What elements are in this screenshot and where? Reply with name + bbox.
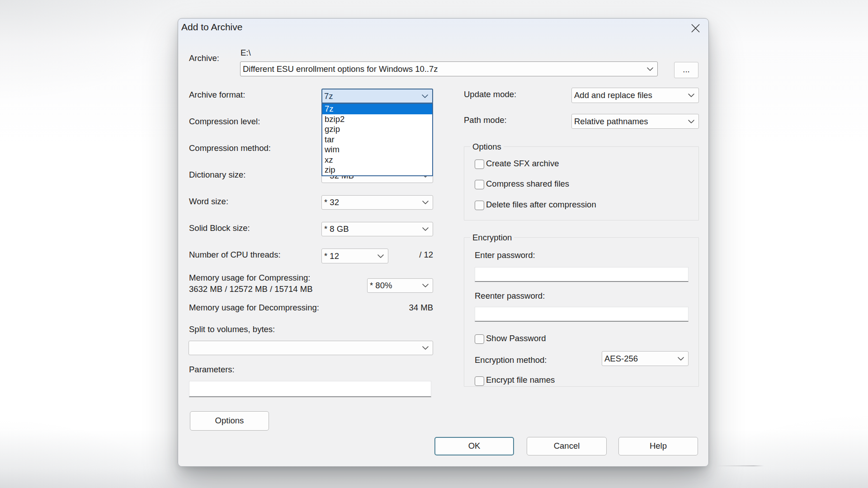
chevron-down-icon (688, 94, 694, 97)
options-group-label: Options (470, 142, 504, 151)
format-option-gzip[interactable]: gzip (322, 124, 432, 135)
encryption-method-label: Encryption method: (475, 355, 547, 365)
options-button[interactable]: Options (190, 411, 269, 431)
solid-block-size-label: Solid Block size: (189, 223, 250, 233)
dictionary-size-label: Dictionary size: (189, 170, 245, 179)
update-mode-label: Update mode: (464, 89, 516, 99)
update-mode-combobox[interactable]: Add and replace files (571, 88, 699, 103)
path-mode-value: Relative pathnames (574, 117, 648, 127)
enter-password-label: Enter password: (475, 250, 535, 260)
chevron-down-icon (422, 201, 429, 204)
format-option-zip[interactable]: zip (322, 165, 432, 175)
shadow-artifact (717, 465, 764, 466)
mem-compress-label: Memory usage for Compressing: (189, 273, 310, 282)
encryption-method-value: AES-256 (604, 354, 638, 364)
browse-label: ... (683, 65, 689, 75)
show-password-checkbox[interactable] (475, 334, 484, 344)
mem-compress-combobox[interactable]: * 80% (367, 278, 433, 293)
chevron-down-icon (422, 227, 429, 231)
solid-block-size-value: * 8 GB (324, 224, 349, 234)
cpu-threads-label: Number of CPU threads: (189, 250, 281, 259)
chevron-down-icon (688, 120, 694, 123)
encrypt-names-label: Encrypt file names (486, 375, 555, 385)
parameters-input[interactable] (189, 381, 431, 397)
format-option-wim[interactable]: wim (322, 145, 432, 155)
update-mode-value: Add and replace files (574, 90, 652, 100)
compression-level-label: Compression level: (189, 117, 260, 126)
solid-block-size-combobox[interactable]: * 8 GB (321, 222, 433, 236)
cpu-threads-total: / 12 (398, 250, 433, 259)
close-icon (691, 24, 700, 33)
reenter-password-input[interactable] (475, 307, 689, 322)
path-mode-combobox[interactable]: Relative pathnames (571, 114, 699, 129)
chevron-down-icon (377, 254, 384, 258)
mem-compress-value: * 80% (370, 281, 392, 291)
format-option-tar[interactable]: tar (322, 135, 432, 145)
word-size-value: * 32 (324, 197, 339, 207)
ok-label: OK (468, 441, 481, 451)
delete-files-checkbox[interactable] (475, 201, 484, 210)
enter-password-input[interactable] (475, 267, 689, 282)
cpu-threads-value: * 12 (324, 251, 339, 261)
chevron-down-icon (678, 357, 684, 361)
title-bar[interactable]: Add to Archive (178, 19, 708, 39)
archive-format-value: 7z (324, 91, 333, 101)
mem-decompress-value: 34 MB (388, 303, 433, 312)
word-size-combobox[interactable]: * 32 (321, 195, 433, 210)
archive-label: Archive: (189, 53, 219, 63)
format-option-xz[interactable]: xz (322, 155, 432, 165)
encrypt-names-checkbox[interactable] (475, 376, 484, 386)
create-sfx-label: Create SFX archive (486, 159, 559, 168)
archive-name-value: Different ESU enrollment options for Win… (243, 64, 438, 74)
help-button[interactable]: Help (618, 437, 698, 455)
chevron-down-icon (422, 346, 429, 350)
format-option-7z[interactable]: 7z (322, 104, 432, 114)
compression-method-label: Compression method: (189, 143, 271, 153)
cancel-button[interactable]: Cancel (527, 437, 607, 455)
create-sfx-checkbox[interactable] (475, 160, 484, 169)
show-password-label: Show Password (486, 333, 546, 343)
archive-format-label: Archive format: (189, 90, 245, 99)
browse-button[interactable]: ... (674, 62, 698, 78)
archive-drive: E:\ (241, 48, 251, 57)
chevron-down-icon (422, 284, 429, 287)
ok-button[interactable]: OK (434, 437, 514, 455)
compress-shared-label: Compress shared files (486, 179, 569, 188)
chevron-down-icon (422, 94, 428, 98)
encryption-group-label: Encryption (470, 233, 514, 242)
split-volumes-label: Split to volumes, bytes: (189, 324, 275, 334)
mem-decompress-label: Memory usage for Decompressing: (189, 303, 319, 312)
mem-compress-detail: 3632 MB / 12572 MB / 15714 MB (189, 284, 313, 294)
add-to-archive-dialog: Add to Archive Archive: E:\ Different ES… (178, 18, 709, 467)
chevron-down-icon (647, 67, 653, 71)
archive-format-dropdown: 7z bzip2 gzip tar wim xz zip (321, 103, 433, 176)
parameters-label: Parameters: (189, 365, 235, 374)
cpu-threads-combobox[interactable]: * 12 (321, 249, 388, 263)
close-button[interactable] (687, 20, 704, 36)
word-size-label: Word size: (189, 197, 228, 206)
format-option-bzip2[interactable]: bzip2 (322, 114, 432, 125)
help-label: Help (650, 441, 667, 451)
compress-shared-checkbox[interactable] (475, 180, 484, 189)
reenter-password-label: Reenter password: (475, 291, 545, 300)
split-volumes-combobox[interactable] (189, 341, 433, 355)
archive-name-combobox[interactable]: Different ESU enrollment options for Win… (240, 61, 658, 76)
cancel-label: Cancel (554, 441, 580, 451)
dialog-title: Add to Archive (181, 21, 242, 33)
delete-files-label: Delete files after compression (486, 200, 596, 209)
path-mode-label: Path mode: (464, 115, 507, 125)
encryption-method-combobox[interactable]: AES-256 (602, 351, 689, 366)
archive-format-combobox[interactable]: 7z (321, 89, 433, 103)
options-button-label: Options (215, 416, 244, 426)
